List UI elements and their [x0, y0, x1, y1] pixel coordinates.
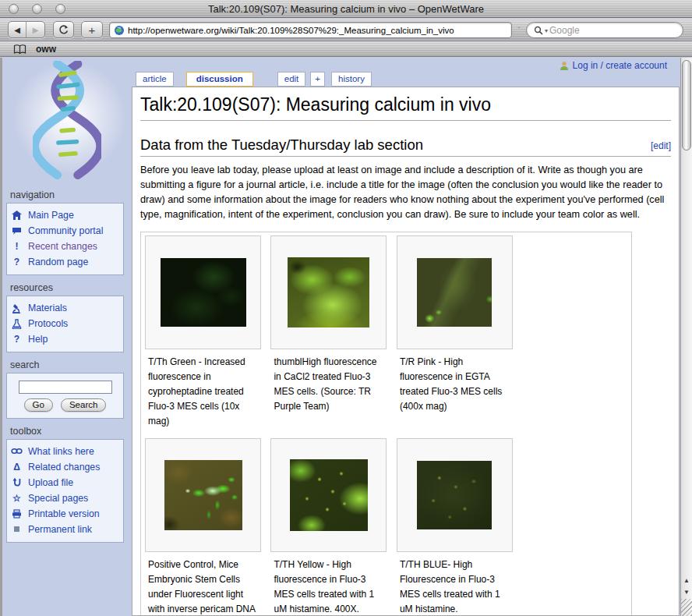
sidebar-item-protocols[interactable]: Protocols [7, 316, 123, 331]
site-favicon-icon [114, 25, 125, 36]
window-resize-grip[interactable] [681, 599, 692, 616]
user-icon [560, 61, 569, 71]
gallery-caption: Positive Control, Mice Embryonic Stem Ce… [145, 552, 261, 616]
google-search-field[interactable]: ▾ [526, 22, 683, 38]
micrograph-image[interactable] [417, 461, 492, 529]
sidebar-item-materials[interactable]: Materials [7, 300, 123, 316]
sidebar-item-upload-file[interactable]: Upload file [7, 475, 123, 490]
micrograph-image[interactable] [288, 257, 369, 327]
magnifier-icon [534, 26, 543, 35]
micrograph-image[interactable] [417, 258, 492, 327]
minimize-window-button[interactable] [32, 4, 42, 14]
star-icon: ☆ [11, 493, 23, 504]
intro-paragraph: Before you leave lab today, please uploa… [140, 163, 671, 222]
gallery-thumbnail[interactable] [397, 438, 513, 552]
vertical-scrollbar[interactable] [680, 58, 692, 616]
image-gallery: T/Th Green - Increased fluorescence in c… [140, 232, 632, 616]
search-label: search [10, 359, 129, 370]
page-title: Talk:20.109(S07): Measuring calcium in v… [140, 94, 671, 121]
add-bookmark-button[interactable] [81, 21, 103, 38]
home-icon [11, 211, 23, 220]
sidebar-item-special-pages[interactable]: ☆ Special pages [7, 490, 123, 506]
section-heading: [edit] Data from the Tuesday/Thursday la… [140, 136, 671, 157]
forward-button[interactable] [26, 22, 44, 37]
web-search-input[interactable] [549, 25, 676, 36]
gallery-caption: T/TH BLUE- High Flourescence in Fluo-3 M… [397, 552, 513, 616]
gallery-item: T/R Pink - High fluorescence in EGTA tre… [397, 235, 513, 420]
sidebar-item-community-portal[interactable]: Community portal [7, 223, 123, 239]
toolbox-label: toolbox [10, 426, 129, 437]
chain-link-icon [11, 448, 23, 455]
gallery-thumbnail[interactable] [397, 235, 513, 349]
scroll-up-arrow-icon[interactable] [681, 575, 692, 586]
url-input[interactable] [128, 26, 507, 35]
gallery-thumbnail[interactable] [270, 235, 387, 349]
gallery-thumbnail[interactable] [145, 438, 261, 552]
sidebar-item-main-page[interactable]: Main Page [7, 207, 123, 223]
tab-history[interactable]: history [331, 72, 372, 87]
sidebar-item-recent-changes[interactable]: ! Recent changes [7, 239, 123, 254]
micrograph-image[interactable] [290, 459, 368, 531]
gallery-caption: T/R Pink - High fluorescence in EGTA tre… [397, 349, 513, 420]
login-link[interactable]: Log in / create account [573, 60, 667, 71]
section-heading-text: Data from the Tuesday/Thursday lab secti… [140, 136, 423, 153]
wiki-page: Log in / create account navigation [0, 58, 692, 616]
edit-section-link[interactable]: [edit] [651, 140, 671, 151]
micrograph-image[interactable] [164, 460, 242, 530]
reload-icon [58, 25, 69, 35]
sidebar-item-random-page[interactable]: ? Random page [7, 254, 123, 270]
gallery-item: T/TH Yellow - High fluorescence in Fluo-… [270, 438, 387, 616]
microscope-icon [11, 303, 23, 313]
snapback-icon[interactable] [515, 26, 523, 35]
browser-toolbar: ▾ [0, 19, 692, 41]
scrollbar-thumb[interactable] [682, 60, 691, 150]
navigation-label: navigation [10, 189, 129, 200]
gallery-item: thumblHigh fluorescence in CaCl2 treated… [270, 235, 387, 420]
scroll-down-arrow-icon[interactable] [681, 586, 692, 598]
wiki-search-input[interactable] [19, 381, 112, 394]
window-titlebar: Talk:20.109(S07): Measuring calcium in v… [0, 0, 692, 18]
gallery-item: T/Th Green - Increased fluorescence in c… [145, 235, 261, 435]
printer-icon [11, 509, 23, 519]
question-icon: ? [11, 257, 23, 267]
gallery-caption: T/TH Yellow - High fluorescence in Fluo-… [270, 552, 387, 616]
content-area: Talk:20.109(S07): Measuring calcium in v… [132, 87, 680, 616]
gallery-thumbnail[interactable] [145, 235, 261, 349]
gallery-item: Positive Control, Mice Embryonic Stem Ce… [145, 438, 261, 616]
gallery-thumbnail[interactable] [270, 438, 387, 552]
navigation-portlet: Main Page Community portal ! Recent chan… [6, 203, 124, 275]
sidebar-item-help[interactable]: ? Help [7, 331, 123, 347]
close-window-button[interactable] [9, 4, 19, 14]
go-button[interactable]: Go [24, 398, 53, 412]
search-button[interactable]: Search [61, 398, 106, 412]
exclamation-icon: ! [11, 241, 23, 252]
bookmarks-book-icon[interactable] [13, 44, 26, 55]
zoom-window-button[interactable] [55, 4, 65, 14]
sidebar: navigation Main Page Community portal ! … [5, 58, 129, 543]
search-portlet: Go Search [6, 373, 124, 419]
sidebar-item-permanent-link[interactable]: Permanent link [7, 522, 123, 537]
tab-add-section[interactable]: + [310, 72, 325, 87]
toolbox-portlet: What links here Δ Related changes Upload… [6, 439, 124, 543]
sidebar-item-printable-version[interactable]: Printable version [7, 506, 123, 522]
speech-bubble-icon [11, 227, 23, 235]
sidebar-item-related-changes[interactable]: Δ Related changes [7, 459, 123, 475]
window-title: Talk:20.109(S07): Measuring calcium in v… [78, 3, 614, 15]
gallery-item: T/TH BLUE- High Flourescence in Fluo-3 M… [397, 438, 513, 616]
gallery-caption: thumblHigh fluorescence in CaCl2 treated… [270, 349, 387, 420]
history-nav-group [8, 21, 45, 38]
back-button[interactable] [9, 22, 26, 37]
bookmark-oww[interactable]: oww [36, 44, 56, 55]
question-icon: ? [11, 334, 23, 345]
micrograph-image[interactable] [161, 258, 246, 327]
tab-edit[interactable]: edit [277, 72, 306, 87]
flask-icon [11, 319, 23, 329]
search-engine-caret-icon: ▾ [545, 27, 548, 34]
reload-button[interactable] [53, 21, 74, 38]
address-bar[interactable] [109, 22, 512, 38]
tab-discussion[interactable]: discussion [186, 72, 253, 87]
sidebar-item-what-links-here[interactable]: What links here [7, 444, 123, 459]
delta-icon: Δ [11, 462, 23, 473]
tab-article[interactable]: article [136, 72, 174, 87]
site-logo[interactable] [5, 58, 129, 182]
